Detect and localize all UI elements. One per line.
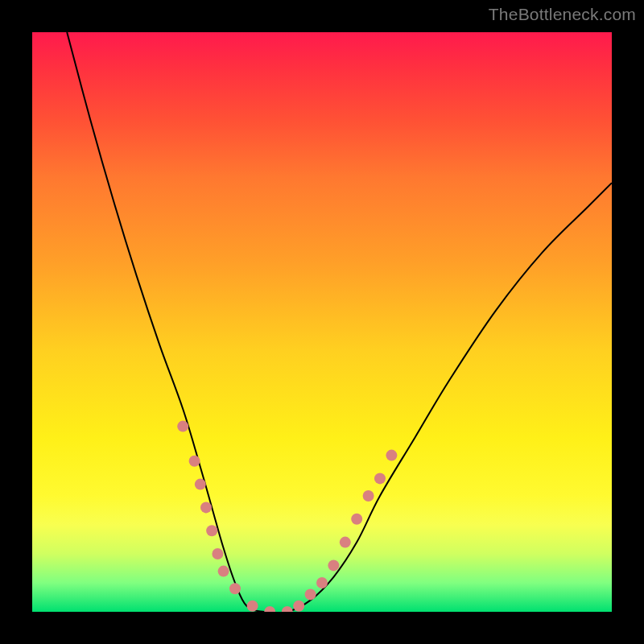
- marker-dot: [340, 537, 351, 548]
- marker-dot: [206, 525, 217, 536]
- marker-dot: [351, 514, 362, 525]
- marker-dot: [229, 583, 241, 594]
- marker-dot: [363, 490, 374, 502]
- marker-dot: [386, 450, 397, 461]
- marker-dot: [328, 559, 339, 571]
- marker-dot: [247, 601, 258, 612]
- marker-dot: [282, 606, 293, 612]
- watermark-text: TheBottleneck.com: [489, 5, 636, 24]
- plot-area: [32, 32, 612, 612]
- curve-bottleneck-curve: [67, 32, 612, 612]
- marker-dot: [305, 588, 316, 600]
- chart-svg: [32, 32, 612, 612]
- marker-dot: [218, 566, 229, 577]
- chart-container: TheBottleneck.com: [0, 0, 644, 644]
- marker-dot: [189, 456, 200, 467]
- marker-dot: [264, 606, 275, 612]
- marker-dot: [293, 601, 304, 612]
- marker-dot: [212, 548, 223, 559]
- marker-dot: [177, 421, 188, 432]
- marker-dot: [374, 473, 386, 484]
- marker-dot: [200, 502, 212, 513]
- marker-dot: [195, 479, 206, 490]
- marker-dot: [316, 577, 328, 588]
